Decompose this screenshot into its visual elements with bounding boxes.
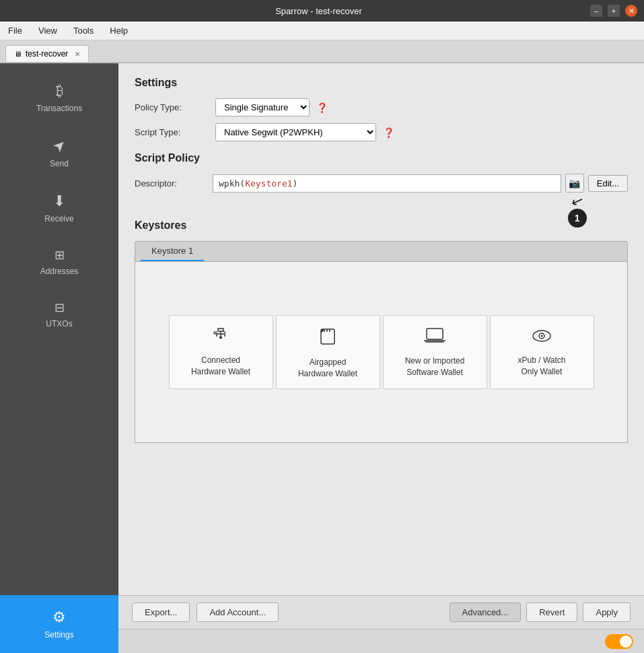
descriptor-suffix: )	[293, 178, 298, 188]
content-area: Settings Policy Type: Single Signature M…	[118, 63, 644, 653]
descriptor-edit-button[interactable]: Edit...	[588, 175, 628, 192]
tab-label: test-recover	[26, 49, 68, 59]
script-type-label: Script Type:	[135, 127, 209, 137]
sidebar-item-send[interactable]: ➤ Send	[0, 125, 118, 180]
policy-type-row: Policy Type: Single Signature Multi Sign…	[135, 98, 628, 116]
keystores-section: Keystores Keystore 1	[135, 219, 628, 443]
title-bar: Sparrow - test-recover – + ✕	[0, 0, 644, 22]
menu-help[interactable]: Help	[107, 24, 131, 37]
receive-icon: ⬇	[53, 193, 65, 210]
content-inner: Settings Policy Type: Single Signature M…	[118, 63, 644, 595]
arrow-icon: ↗	[569, 193, 585, 211]
apply-button[interactable]: Apply	[583, 603, 631, 622]
svg-rect-15	[427, 329, 443, 339]
laptop-icon	[423, 326, 446, 349]
tab-test-recover[interactable]: 🖥 test-recover ✕	[5, 45, 89, 62]
advanced-button[interactable]: Advanced...	[450, 603, 522, 622]
tab-close-button[interactable]: ✕	[75, 50, 80, 58]
wallet-option-software[interactable]: New or ImportedSoftware Wallet	[383, 315, 487, 389]
tab-bar: 🖥 test-recover ✕	[0, 40, 644, 63]
keystore-panel: ConnectedHardware Wallet	[135, 261, 628, 443]
wallet-options: ConnectedHardware Wallet	[169, 315, 594, 389]
descriptor-display: wpkh(Keystore1)	[213, 174, 561, 193]
sidebar-label-addresses: Addresses	[40, 267, 79, 276]
descriptor-prefix: wpkh(	[219, 178, 245, 188]
hardware-wallet-label: ConnectedHardware Wallet	[191, 355, 250, 378]
descriptor-label: Descriptor:	[135, 178, 209, 188]
sidebar-label-utxos: UTXOs	[46, 319, 72, 329]
sdcard-icon	[318, 325, 337, 350]
script-policy-title: Script Policy	[135, 152, 628, 164]
policy-type-help-icon[interactable]: ❓	[316, 102, 328, 113]
sidebar-item-receive[interactable]: ⬇ Receive	[0, 180, 118, 236]
settings-title: Settings	[135, 77, 628, 89]
add-account-button[interactable]: Add Account...	[196, 603, 279, 622]
svg-rect-5	[219, 337, 222, 339]
wallet-option-hardware[interactable]: ConnectedHardware Wallet	[169, 315, 273, 389]
bitcoin-icon: ₿	[56, 82, 63, 100]
wallet-option-xpub[interactable]: xPub / WatchOnly Wallet	[490, 315, 594, 389]
policy-type-select[interactable]: Single Signature Multi Signature	[215, 98, 310, 116]
menu-file[interactable]: File	[5, 24, 25, 37]
script-type-row: Script Type: Native Segwit (P2WPKH) Wrap…	[135, 123, 628, 141]
settings-icon: ⚙	[52, 609, 66, 626]
annotation: ↗ 1	[568, 194, 587, 228]
eye-icon	[530, 327, 553, 348]
descriptor-area: Descriptor: wpkh(Keystore1) 📷 ↗ 1	[135, 174, 628, 193]
toggle-area	[118, 629, 644, 653]
minimize-button[interactable]: –	[590, 5, 602, 17]
sidebar-item-settings[interactable]: ⚙ Settings	[0, 595, 118, 653]
addresses-icon: ⊞	[55, 248, 65, 263]
main-layout: ₿ Transactions ➤ Send ⬇ Receive ⊞ Addres…	[0, 63, 644, 653]
menu-tools[interactable]: Tools	[71, 24, 96, 37]
bottom-right-buttons: Advanced... Revert Apply	[450, 603, 631, 622]
revert-button[interactable]: Revert	[526, 603, 577, 622]
sidebar: ₿ Transactions ➤ Send ⬇ Receive ⊞ Addres…	[0, 63, 118, 653]
sidebar-item-addresses[interactable]: ⊞ Addresses	[0, 236, 118, 288]
descriptor-row: Descriptor: wpkh(Keystore1) 📷 ↗ 1	[135, 174, 628, 193]
step-badge: 1	[568, 209, 587, 228]
bottom-bar: Export... Add Account... Advanced... Rev…	[118, 595, 644, 629]
svg-point-22	[541, 335, 543, 337]
script-type-select[interactable]: Native Segwit (P2WPKH) Wrapped Segwit (P…	[215, 123, 376, 141]
export-button[interactable]: Export...	[132, 603, 190, 622]
menu-bar: File View Tools Help	[0, 22, 644, 40]
sidebar-label-settings: Settings	[44, 630, 73, 640]
camera-btn-wrapper: 📷 ↗ 1	[565, 174, 584, 193]
tab-icon: 🖥	[14, 50, 22, 58]
utxos-icon: ⊟	[55, 300, 65, 315]
menu-view[interactable]: View	[36, 24, 60, 37]
descriptor-camera-button[interactable]: 📷	[565, 174, 584, 193]
usb-icon	[210, 327, 231, 348]
title-bar-title: Sparrow - test-recover	[47, 6, 590, 16]
camera-icon: 📷	[569, 178, 580, 188]
policy-type-label: Policy Type:	[135, 102, 209, 112]
close-button[interactable]: ✕	[625, 5, 637, 17]
airgapped-wallet-label: AirgappedHardware Wallet	[298, 357, 357, 380]
svg-rect-0	[218, 329, 223, 331]
keystores-title: Keystores	[135, 219, 628, 232]
keystore-tabs: Keystore 1	[135, 241, 628, 261]
toggle-knob	[620, 635, 632, 648]
wallet-option-airgapped[interactable]: AirgappedHardware Wallet	[276, 315, 380, 389]
svg-rect-10	[321, 329, 334, 344]
maximize-button[interactable]: +	[608, 5, 620, 17]
sidebar-label-send: Send	[50, 159, 69, 168]
theme-toggle[interactable]	[605, 634, 633, 649]
software-wallet-label: New or ImportedSoftware Wallet	[405, 355, 465, 378]
keystore-tab-1[interactable]: Keystore 1	[141, 242, 204, 261]
xpub-wallet-label: xPub / WatchOnly Wallet	[518, 355, 566, 378]
sidebar-item-utxos[interactable]: ⊟ UTXOs	[0, 288, 118, 341]
title-bar-controls: – + ✕	[590, 5, 637, 17]
sidebar-item-transactions[interactable]: ₿ Transactions	[0, 70, 118, 125]
descriptor-keyword: Keystore1	[245, 178, 292, 188]
script-type-help-icon[interactable]: ❓	[383, 127, 394, 138]
send-icon: ➤	[48, 135, 69, 156]
sidebar-label-receive: Receive	[44, 214, 73, 224]
sidebar-label-transactions: Transactions	[36, 104, 82, 113]
